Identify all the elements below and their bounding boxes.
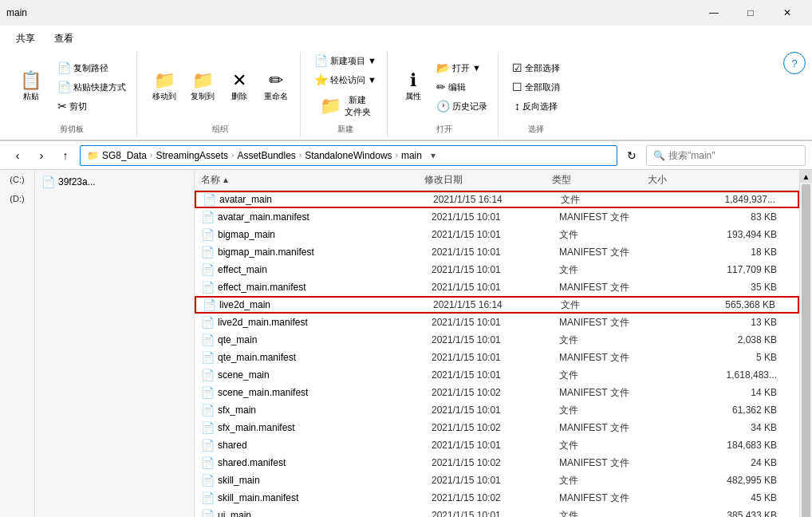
table-row[interactable]: 📄 ui_main 2021/1/15 10:01 文件 385,433 KB bbox=[195, 507, 799, 517]
table-row[interactable]: 📄 qte_main.manifest 2021/1/15 10:01 MANI… bbox=[195, 349, 799, 366]
tab-view[interactable]: 查看 bbox=[45, 29, 83, 49]
col-size-header[interactable]: 大小 bbox=[648, 173, 793, 187]
file-icon: 📄 bbox=[201, 456, 215, 469]
cut-button[interactable]: ✂ 剪切 bbox=[53, 97, 130, 115]
invert-select-button[interactable]: ↕ 反向选择 bbox=[510, 97, 562, 115]
table-row[interactable]: 📄 qte_main 2021/1/15 10:01 文件 2,038 KB bbox=[195, 331, 799, 349]
edit-label: 编辑 bbox=[448, 81, 466, 93]
file-icon: 📄 bbox=[201, 316, 215, 329]
address-path[interactable]: 📁 SG8_Data › StreamingAssets › AssetBund… bbox=[80, 145, 617, 166]
close-button[interactable]: ✕ bbox=[769, 0, 806, 26]
file-icon: 📄 bbox=[201, 333, 215, 346]
group-open: ℹ 属性 📂 打开 ▼ ✏ 编辑 🕐 历史记录 bbox=[391, 52, 499, 136]
file-type: 文件 bbox=[559, 509, 655, 518]
new-folder-icon: 📁 bbox=[320, 97, 341, 115]
table-row[interactable]: 📄 scene_main.manifest 2021/1/15 10:02 MA… bbox=[195, 384, 799, 401]
sidebar-item-0[interactable]: 📄 39f23a... bbox=[35, 173, 194, 191]
refresh-button[interactable]: ↻ bbox=[621, 144, 643, 167]
move-button[interactable]: 📁 移动到 bbox=[147, 68, 182, 106]
scrollbar-up[interactable]: ▲ bbox=[800, 170, 812, 183]
table-row[interactable]: 📄 avatar_main 2021/1/15 16:14 文件 1,849,9… bbox=[195, 191, 799, 208]
file-size: 35 KB bbox=[655, 282, 793, 293]
file-size: 565,368 KB bbox=[656, 299, 791, 310]
tab-share[interactable]: 共享 bbox=[6, 29, 45, 49]
path-chevron[interactable]: ▾ bbox=[425, 145, 441, 166]
table-row[interactable]: 📄 sfx_main 2021/1/15 10:01 文件 61,362 KB bbox=[195, 401, 799, 419]
table-row[interactable]: 📄 live2d_main 2021/1/15 16:14 文件 565,368… bbox=[195, 296, 799, 314]
new-folder-button[interactable]: 📁 新建文件夹 bbox=[314, 90, 376, 122]
file-icon: 📄 bbox=[201, 509, 215, 517]
col-date-label: 修改日期 bbox=[424, 174, 463, 185]
sort-arrow: ▲ bbox=[222, 176, 230, 184]
table-row[interactable]: 📄 skill_main 2021/1/15 10:01 文件 482,995 … bbox=[195, 472, 799, 489]
col-name-header[interactable]: 名称 ▲ bbox=[201, 173, 424, 187]
titlebar: main — □ ✕ bbox=[0, 0, 812, 26]
delete-button[interactable]: ✕ 删除 bbox=[223, 68, 255, 106]
table-row[interactable]: 📄 scene_main 2021/1/15 10:01 文件 1,618,48… bbox=[195, 366, 799, 384]
table-row[interactable]: 📄 bigmap_main.manifest 2021/1/15 10:01 M… bbox=[195, 243, 799, 261]
forward-button[interactable]: › bbox=[30, 144, 53, 167]
path-assetbundles[interactable]: AssetBundles bbox=[237, 150, 295, 161]
search-input[interactable] bbox=[668, 150, 798, 161]
paste-button[interactable]: 📋 粘贴 bbox=[13, 53, 49, 120]
paste-shortcut-button[interactable]: 📄 粘贴快捷方式 bbox=[53, 78, 130, 96]
back-button[interactable]: ‹ bbox=[6, 144, 29, 167]
search-box[interactable]: 🔍 bbox=[646, 145, 806, 166]
file-date: 2021/1/15 10:01 bbox=[432, 440, 559, 451]
file-icon: 📄 bbox=[201, 211, 215, 223]
group-organize: 📁 移动到 📁 复制到 ✕ 删除 ✏ 重命名 组织 bbox=[140, 52, 301, 136]
maximize-button[interactable]: □ bbox=[732, 0, 769, 26]
select-all-button[interactable]: ☑ 全部选择 bbox=[508, 59, 564, 77]
file-date: 2021/1/15 10:02 bbox=[432, 492, 559, 503]
path-standalone[interactable]: StandaloneWindows bbox=[305, 150, 392, 161]
col-type-header[interactable]: 类型 bbox=[552, 173, 648, 187]
table-row[interactable]: 📄 skill_main.manifest 2021/1/15 10:02 MA… bbox=[195, 489, 799, 507]
scrollbar[interactable]: ▲ ▼ bbox=[799, 170, 812, 517]
minimize-button[interactable]: — bbox=[696, 0, 732, 26]
file-name: live2d_main.manifest bbox=[218, 317, 432, 328]
scrollbar-thumb[interactable] bbox=[802, 184, 810, 517]
table-row[interactable]: 📄 bigmap_main 2021/1/15 10:01 文件 193,494… bbox=[195, 226, 799, 243]
up-button[interactable]: ↑ bbox=[54, 144, 77, 167]
table-row[interactable]: 📄 avatar_main.manifest 2021/1/15 10:01 M… bbox=[195, 208, 799, 226]
help-button[interactable]: ? bbox=[783, 52, 806, 74]
new-item-button[interactable]: 📄 新建项目 ▼ bbox=[310, 52, 380, 69]
new-item-label: 新建项目 ▼ bbox=[330, 55, 376, 67]
delete-label: 删除 bbox=[231, 91, 247, 102]
drive-d[interactable]: (D:) bbox=[0, 189, 34, 208]
clipboard-label: 剪切板 bbox=[60, 124, 84, 136]
table-row[interactable]: 📄 live2d_main.manifest 2021/1/15 10:01 M… bbox=[195, 314, 799, 331]
file-list-header: 名称 ▲ 修改日期 类型 大小 bbox=[195, 170, 799, 191]
table-row[interactable]: 📄 shared.manifest 2021/1/15 10:02 MANIFE… bbox=[195, 454, 799, 472]
history-button[interactable]: 🕐 历史记录 bbox=[432, 97, 491, 115]
table-row[interactable]: 📄 shared 2021/1/15 10:01 文件 184,683 KB bbox=[195, 436, 799, 454]
group-select: ☑ 全部选择 ☐ 全部取消 ↕ 反向选择 选择 bbox=[502, 52, 570, 136]
copy-button[interactable]: 📁 复制到 bbox=[185, 68, 220, 106]
copy-path-button[interactable]: 📄 复制路径 bbox=[53, 59, 130, 77]
file-date: 2021/1/15 10:02 bbox=[432, 387, 559, 398]
file-name: skill_main bbox=[218, 475, 432, 486]
table-row[interactable]: 📄 sfx_main.manifest 2021/1/15 10:02 MANI… bbox=[195, 419, 799, 436]
table-row[interactable]: 📄 effect_main.manifest 2021/1/15 10:01 M… bbox=[195, 278, 799, 296]
file-date: 2021/1/15 16:14 bbox=[433, 194, 561, 205]
edit-button[interactable]: ✏ 编辑 bbox=[432, 78, 491, 96]
drive-panel: (C:) (D:) bbox=[0, 170, 35, 517]
file-name: avatar_main.manifest bbox=[218, 211, 432, 223]
file-date: 2021/1/15 10:01 bbox=[432, 229, 559, 240]
path-main[interactable]: main bbox=[401, 150, 422, 161]
drive-c[interactable]: (C:) bbox=[0, 170, 34, 189]
path-sg8data[interactable]: SG8_Data bbox=[102, 150, 147, 161]
table-row[interactable]: 📄 effect_main 2021/1/15 10:01 文件 117,709… bbox=[195, 261, 799, 278]
easy-access-button[interactable]: ⭐ 轻松访问 ▼ bbox=[310, 71, 380, 89]
open-button[interactable]: 📂 打开 ▼ bbox=[432, 59, 491, 77]
select-buttons: ☑ 全部选择 ☐ 全部取消 ↕ 反向选择 bbox=[508, 52, 564, 122]
file-size: 13 KB bbox=[655, 317, 793, 328]
path-streaming[interactable]: StreamingAssets bbox=[156, 150, 228, 161]
nav-buttons: ‹ › ↑ bbox=[6, 144, 77, 167]
rename-button[interactable]: ✏ 重命名 bbox=[258, 68, 294, 106]
col-date-header[interactable]: 修改日期 bbox=[424, 173, 552, 187]
file-icon: 📄 bbox=[201, 351, 215, 364]
properties-button[interactable]: ℹ 属性 bbox=[397, 68, 429, 106]
file-size: 24 KB bbox=[655, 457, 793, 468]
deselect-all-button[interactable]: ☐ 全部取消 bbox=[508, 78, 564, 96]
